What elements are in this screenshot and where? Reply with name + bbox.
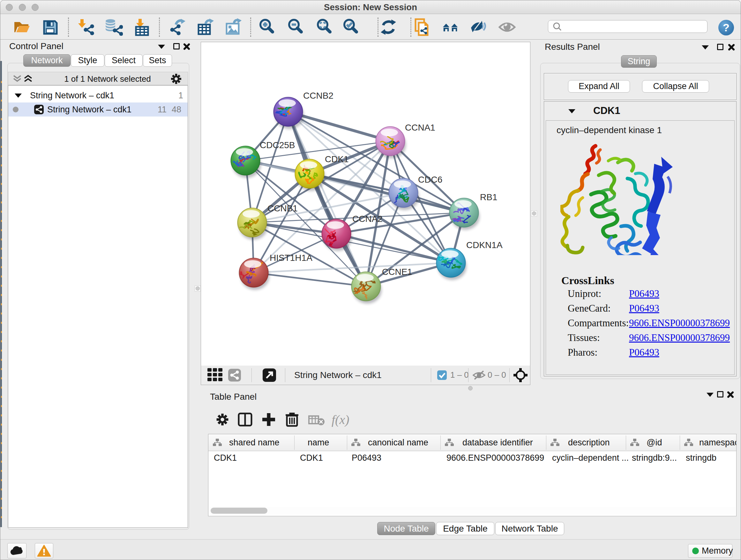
svg-text:HIST1H1A: HIST1H1A bbox=[270, 253, 313, 263]
svg-text:CCNA2: CCNA2 bbox=[352, 214, 383, 224]
svg-text:CDC25B: CDC25B bbox=[260, 140, 295, 150]
svg-text:RB1: RB1 bbox=[480, 192, 497, 202]
svg-text:CDKN1A: CDKN1A bbox=[466, 240, 502, 250]
svg-text:CCNB2: CCNB2 bbox=[303, 91, 333, 101]
svg-text:CCNA1: CCNA1 bbox=[405, 123, 435, 132]
svg-text:CDC6: CDC6 bbox=[418, 175, 442, 185]
svg-text:CCNE1: CCNE1 bbox=[382, 267, 412, 277]
svg-text:CCNB1: CCNB1 bbox=[267, 203, 298, 213]
svg-text:CDK1: CDK1 bbox=[325, 154, 349, 164]
